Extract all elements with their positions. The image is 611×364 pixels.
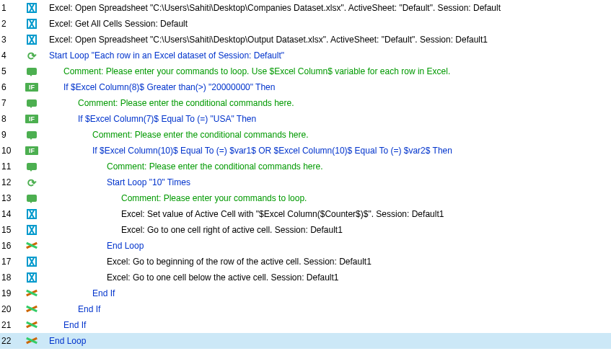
line-text: End Loop: [43, 336, 86, 346]
line-icon-cell: IF: [20, 81, 43, 93]
end-block-icon: [25, 319, 38, 331]
line-text: Comment: Please enter the conditional co…: [43, 161, 323, 172]
line-icon-cell: [20, 256, 43, 267]
code-line[interactable]: 1Excel: Open Spreadsheet "C:\Users\Sahit…: [0, 0, 611, 16]
line-text: Excel: Go to one cell right of active ce…: [43, 225, 343, 235]
if-icon: IF: [25, 81, 38, 93]
excel-icon: [25, 272, 38, 283]
line-icon-cell: ⟳: [20, 50, 43, 61]
code-line[interactable]: 12⟳Start Loop "10" Times: [0, 174, 611, 190]
line-text: Excel: Go to beginning of the row of the…: [43, 257, 372, 267]
code-editor[interactable]: 1Excel: Open Spreadsheet "C:\Users\Sahit…: [0, 0, 611, 349]
code-line[interactable]: 14Excel: Set value of Active Cell with "…: [0, 206, 611, 222]
line-number: 12: [0, 177, 20, 187]
line-number: 19: [0, 288, 20, 298]
code-line[interactable]: 22End Loop: [0, 333, 611, 349]
line-icon-cell: [20, 319, 43, 331]
line-text: Start Loop "10" Times: [43, 177, 190, 187]
line-number: 8: [0, 114, 20, 124]
line-number: 16: [0, 241, 20, 251]
line-icon-cell: [20, 34, 43, 45]
line-text: Comment: Please enter the conditional co…: [43, 130, 309, 140]
excel-icon: [25, 224, 38, 236]
code-line[interactable]: 10IFIf $Excel Column(10)$ Equal To (=) $…: [0, 143, 611, 159]
line-number: 9: [0, 130, 20, 140]
code-line[interactable]: 2Excel: Get All Cells Session: Default: [0, 16, 611, 32]
code-line[interactable]: 16End Loop: [0, 238, 611, 254]
line-text: Comment: Please enter your commands to l…: [43, 193, 307, 203]
code-line[interactable]: 20End If: [0, 301, 611, 317]
line-number: 21: [0, 320, 20, 330]
line-number: 5: [0, 66, 20, 76]
line-text: Excel: Open Spreadsheet "C:\Users\Sahiti…: [43, 35, 488, 45]
line-icon-cell: [20, 303, 43, 315]
line-icon-cell: [20, 129, 43, 141]
line-icon-cell: [20, 2, 43, 14]
code-line[interactable]: 6IFIf $Excel Column(8)$ Greater than(>) …: [0, 79, 611, 95]
line-text: End If: [43, 304, 100, 314]
line-icon-cell: [20, 66, 43, 77]
comment-icon: [25, 66, 38, 77]
line-number: 20: [0, 304, 20, 314]
excel-icon: [25, 34, 38, 45]
line-number: 14: [0, 209, 20, 219]
line-text: Excel: Set value of Active Cell with "$E…: [43, 209, 444, 219]
line-number: 6: [0, 82, 20, 92]
line-number: 10: [0, 146, 20, 156]
code-line[interactable]: 3Excel: Open Spreadsheet "C:\Users\Sahit…: [0, 32, 611, 48]
line-number: 15: [0, 225, 20, 235]
code-line[interactable]: 4⟳Start Loop "Each row in an Excel datas…: [0, 48, 611, 63]
code-line[interactable]: 5Comment: Please enter your commands to …: [0, 63, 611, 79]
end-block-icon: [25, 240, 38, 252]
line-text: If $Excel Column(7)$ Equal To (=) "USA" …: [43, 114, 256, 124]
comment-icon: [25, 161, 38, 172]
comment-icon: [25, 192, 38, 204]
code-line[interactable]: 8IFIf $Excel Column(7)$ Equal To (=) "US…: [0, 111, 611, 127]
code-line[interactable]: 21End If: [0, 317, 611, 333]
line-number: 1: [0, 3, 20, 13]
line-number: 2: [0, 19, 20, 29]
line-number: 7: [0, 98, 20, 108]
end-block-icon: [25, 288, 38, 299]
line-text: Comment: Please enter the conditional co…: [43, 98, 294, 108]
if-icon: IF: [25, 113, 38, 125]
excel-icon: [25, 18, 38, 30]
excel-icon: [25, 208, 38, 220]
code-line[interactable]: 9Comment: Please enter the conditional c…: [0, 127, 611, 143]
code-line[interactable]: 18Excel: Go to one cell below the active…: [0, 270, 611, 285]
excel-icon: [25, 256, 38, 267]
line-icon-cell: IF: [20, 113, 43, 125]
code-line[interactable]: 11Comment: Please enter the conditional …: [0, 159, 611, 174]
line-icon-cell: [20, 97, 43, 109]
line-text: End Loop: [43, 241, 144, 251]
line-number: 11: [0, 161, 20, 172]
line-icon-cell: [20, 240, 43, 252]
comment-icon: [25, 97, 38, 109]
end-block-icon: [25, 335, 38, 347]
code-line[interactable]: 19End If: [0, 285, 611, 301]
line-text: Excel: Open Spreadsheet "C:\Users\Sahiti…: [43, 3, 501, 13]
line-text: End If: [43, 320, 86, 330]
code-line[interactable]: 15Excel: Go to one cell right of active …: [0, 222, 611, 238]
line-number: 13: [0, 193, 20, 203]
code-line[interactable]: 7Comment: Please enter the conditional c…: [0, 95, 611, 111]
line-icon-cell: [20, 208, 43, 220]
if-icon: IF: [25, 145, 38, 156]
comment-icon: [25, 129, 38, 141]
line-icon-cell: [20, 192, 43, 204]
line-icon-cell: [20, 18, 43, 30]
line-number: 17: [0, 257, 20, 267]
code-line[interactable]: 13Comment: Please enter your commands to…: [0, 190, 611, 206]
line-icon-cell: [20, 288, 43, 299]
line-number: 18: [0, 272, 20, 283]
line-text: If $Excel Column(8)$ Greater than(>) "20…: [43, 82, 275, 92]
line-number: 4: [0, 50, 20, 61]
line-text: Excel: Get All Cells Session: Default: [43, 19, 188, 29]
line-text: Start Loop "Each row in an Excel dataset…: [43, 50, 284, 61]
line-icon-cell: [20, 272, 43, 283]
code-line[interactable]: 17Excel: Go to beginning of the row of t…: [0, 254, 611, 270]
excel-icon: [25, 2, 38, 14]
line-icon-cell: ⟳: [20, 177, 43, 188]
line-text: End If: [43, 288, 115, 298]
loop-icon: ⟳: [25, 50, 38, 61]
